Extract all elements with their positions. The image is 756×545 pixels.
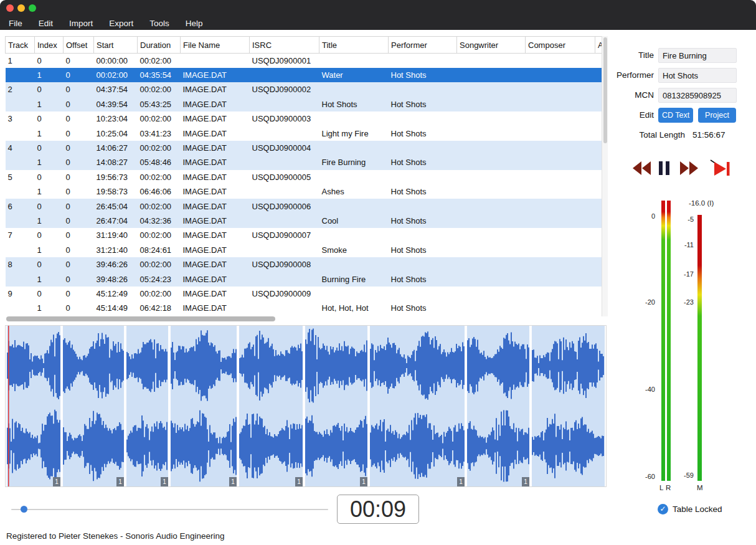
cell: Burning Fire <box>319 272 389 286</box>
cell: 0 <box>64 126 94 140</box>
column-header-arr[interactable]: Arr <box>595 37 602 54</box>
table-row[interactable]: 40014:06:2700:02:00IMAGE.DATUSQDJ0900004 <box>6 141 602 155</box>
cell: 4 <box>6 141 35 155</box>
cell: 05:24:23 <box>138 272 181 286</box>
cell: 3 <box>6 111 35 126</box>
table-row[interactable]: 80039:46:2600:02:00IMAGE.DATUSQDJ0900008 <box>6 257 602 272</box>
cell <box>595 257 602 272</box>
menu-edit[interactable]: Edit <box>31 19 61 28</box>
table-row[interactable]: 90045:12:4900:02:00IMAGE.DATUSQDJ0900009 <box>6 287 602 301</box>
cell: IMAGE.DAT <box>181 155 250 169</box>
cell: IMAGE.DAT <box>181 170 250 184</box>
horizontal-scrollbar[interactable] <box>5 316 602 322</box>
cd-text-button[interactable]: CD Text <box>658 108 693 123</box>
table-row[interactable]: 10000:00:0000:02:00USQDJ0900001 <box>6 54 602 68</box>
svg-text:1: 1 <box>231 478 235 485</box>
table-locked-toggle[interactable]: ✓ Table Locked <box>658 504 722 514</box>
column-header-track[interactable]: Track <box>6 37 35 54</box>
table-row[interactable]: 20004:37:5400:02:00IMAGE.DATUSQDJ0900002 <box>6 82 602 97</box>
cell: Hot Shots <box>389 272 457 286</box>
cell <box>526 301 595 315</box>
cell <box>595 184 602 199</box>
table-row[interactable]: 70031:19:4000:02:00IMAGE.DATUSQDJ0900007 <box>6 228 602 242</box>
cell: 0 <box>64 228 94 242</box>
position-slider-thumb[interactable] <box>21 506 27 513</box>
menu-import[interactable]: Import <box>61 19 101 28</box>
close-window-button[interactable] <box>6 4 14 12</box>
performer-input[interactable] <box>658 68 737 83</box>
cell <box>595 97 602 111</box>
cell: Hot Shots <box>389 155 457 169</box>
table-row[interactable]: 1014:08:2705:48:46IMAGE.DATFire BurningH… <box>6 155 602 169</box>
cell: 19:56:73 <box>94 170 138 184</box>
title-label: Title <box>613 48 654 63</box>
zoom-window-button[interactable] <box>29 4 36 12</box>
cell: Hot Shots <box>389 301 457 315</box>
cell: USQDJ0900001 <box>250 54 319 68</box>
cell: 14:06:27 <box>94 141 138 155</box>
column-header-title[interactable]: Title <box>319 37 389 54</box>
vertical-scrollbar-thumb[interactable] <box>603 37 607 143</box>
table-row[interactable]: 30010:23:0400:02:00IMAGE.DATUSQDJ0900003 <box>6 111 602 126</box>
cell: Water <box>319 68 389 82</box>
column-header-file-name[interactable]: File Name <box>181 37 250 54</box>
table-row[interactable]: 1039:48:2605:24:23IMAGE.DATBurning FireH… <box>6 272 602 286</box>
column-header-performer[interactable]: Performer <box>389 37 457 54</box>
cell: 00:02:00 <box>138 199 181 213</box>
column-header-composer[interactable]: Composer <box>526 37 595 54</box>
project-button[interactable]: Project <box>698 108 736 123</box>
table-row[interactable]: 1026:47:0404:32:36IMAGE.DATCoolHot Shots <box>6 214 602 228</box>
play-to-marker-button[interactable] <box>710 159 731 179</box>
cell: USQDJ0900009 <box>250 287 319 301</box>
cell: Hot Shots <box>389 243 457 257</box>
table-row[interactable]: 50019:56:7300:02:00IMAGE.DATUSQDJ0900005 <box>6 170 602 184</box>
column-header-duration[interactable]: Duration <box>138 37 181 54</box>
cell: 1 <box>35 243 64 257</box>
cell: 9 <box>6 287 35 301</box>
rewind-button[interactable] <box>633 161 651 178</box>
minimize-window-button[interactable] <box>17 4 25 12</box>
waveform-display[interactable]: 11111111 <box>5 325 607 487</box>
menu-help[interactable]: Help <box>177 19 211 28</box>
cell <box>389 170 457 184</box>
table-row[interactable]: 1004:39:5405:43:25IMAGE.DATHot ShotsHot … <box>6 97 602 111</box>
table-row[interactable]: 1010:25:0403:41:23IMAGE.DATLight my Fire… <box>6 126 602 140</box>
cell: 0 <box>64 214 94 228</box>
m-scale-59: -59 <box>676 472 694 479</box>
table-row[interactable]: 1045:14:4906:42:18IMAGE.DATHot, Hot, Hot… <box>6 301 602 315</box>
column-header-songwriter[interactable]: Songwriter <box>457 37 526 54</box>
column-header-offset[interactable]: Offset <box>64 37 94 54</box>
cell <box>457 82 526 97</box>
horizontal-scrollbar-thumb[interactable] <box>6 316 275 321</box>
table-row[interactable]: 1019:58:7306:46:06IMAGE.DATAshesHot Shot… <box>6 184 602 199</box>
position-slider-track[interactable] <box>11 509 328 510</box>
cell <box>389 82 457 97</box>
cell: 0 <box>64 54 94 68</box>
column-header-isrc[interactable]: ISRC <box>250 37 319 54</box>
menu-file[interactable]: File <box>1 19 31 28</box>
table-row[interactable]: 1031:21:4008:24:61IMAGE.DATSmokeHot Shot… <box>6 243 602 257</box>
column-header-start[interactable]: Start <box>94 37 138 54</box>
menu-tools[interactable]: Tools <box>141 19 177 28</box>
cell: 0 <box>64 272 94 286</box>
cell: 1 <box>35 184 64 199</box>
cell <box>6 301 35 315</box>
column-header-index[interactable]: Index <box>35 37 64 54</box>
fast-forward-button[interactable] <box>680 161 699 178</box>
cell <box>595 155 602 169</box>
check-icon: ✓ <box>658 504 668 514</box>
cell: 0 <box>64 184 94 199</box>
title-input[interactable] <box>658 48 737 63</box>
cell: USQDJ0900004 <box>250 141 319 155</box>
vertical-scrollbar[interactable] <box>602 36 608 316</box>
mcn-input[interactable] <box>658 88 737 103</box>
menu-export[interactable]: Export <box>101 19 141 28</box>
cell: 39:48:26 <box>94 272 138 286</box>
pause-button[interactable] <box>659 161 670 178</box>
table-row[interactable]: 1000:02:0004:35:54IMAGE.DATWaterHot Shot… <box>6 68 602 82</box>
table-row[interactable]: 60026:45:0400:02:00IMAGE.DATUSQDJ0900006 <box>6 199 602 213</box>
cell: 05:43:25 <box>138 97 181 111</box>
cell <box>595 170 602 184</box>
cell: 08:24:61 <box>138 243 181 257</box>
cell: 00:02:00 <box>138 111 181 126</box>
